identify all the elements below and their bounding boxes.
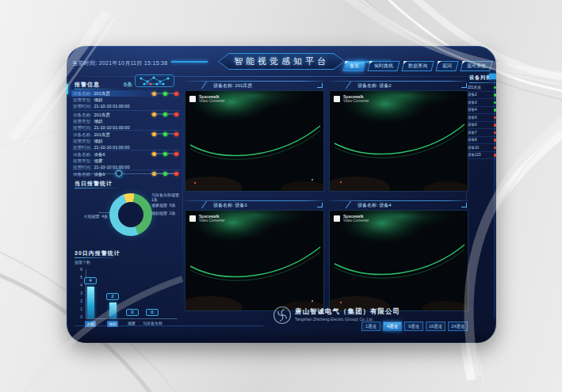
edge-accent <box>67 84 68 94</box>
nav-button-realtime-curve[interactable]: 实时曲线 <box>367 61 400 71</box>
bar-x-axis <box>86 318 178 319</box>
video-feed[interactable]: SpacewalkVideo Converter <box>185 90 324 192</box>
current-time: 当前时间: 2021年10月11日 15:15:38 <box>72 59 168 67</box>
monthly-stats-title: 30日内报警统计 <box>75 249 120 257</box>
device-list-item[interactable]: 设备7 <box>468 129 496 137</box>
slash-decoration <box>201 201 212 208</box>
scroll-knob[interactable] <box>116 170 122 177</box>
bar-tilt <box>109 303 117 318</box>
device-list: 201库房 设备2 设备3 设备4 设备5 设备6 设备7 设备8 设备10 设… <box>468 84 496 159</box>
video-feed[interactable]: SpacewalkVideo Converter <box>185 210 324 311</box>
converter-logo-icon <box>189 215 196 222</box>
status-dot <box>494 139 497 142</box>
bar-y-axis-label: 报警个数 <box>75 260 90 265</box>
video-header: 设备名称: 设备3 <box>185 200 324 210</box>
nav-button-back[interactable]: 返回 <box>435 61 458 71</box>
bar-flame <box>87 287 94 318</box>
video-watermark: SpacewalkVideo Converter <box>334 215 369 223</box>
video-panel-4: 设备名称: 设备4 SpacewalkVideo Converter <box>329 200 468 311</box>
video-feed[interactable]: SpacewalkVideo Converter <box>329 210 468 311</box>
company-name-cn: 唐山智诚电气（集团）有限公司 <box>295 307 400 317</box>
video-header: 设备名称: 201库房 <box>185 80 324 90</box>
donut-label-flame: 火焰报警: 4条 <box>70 214 108 219</box>
bar-value-bubble: 0 <box>126 309 139 316</box>
device-list-item[interactable]: 设备3 <box>468 99 496 107</box>
converter-logo-icon <box>189 96 196 102</box>
device-list-item[interactable]: 设备6 <box>468 122 496 130</box>
bar-value-bubble: 4 <box>84 277 97 284</box>
monthly-alarms-bar-chart: 报警个数 6 5 4 3 2 1 0 4 2 0 0 火焰 倾斜 烟雾 与设备失… <box>71 258 181 331</box>
donut-label-offline: 与设备失联报警: 1条 <box>151 192 182 203</box>
status-dot <box>494 124 497 127</box>
channel-button-9[interactable]: 9通道 <box>404 322 423 331</box>
device-list-item[interactable]: 设备8 <box>468 137 496 145</box>
desktop-background: { "header": { "time": "当前时间: 2021年10月11日… <box>0 0 562 392</box>
alarm-status-dots <box>151 113 179 115</box>
device-list-item[interactable]: 设备5 <box>468 114 496 122</box>
status-dot <box>494 131 497 135</box>
dashboard-window: 当前时间: 2021年10月11日 15:15:38 智能视觉感知平台 首页 实… <box>67 46 496 343</box>
app-title-banner: 智能视觉感知平台 <box>218 53 345 70</box>
alarm-entry[interactable]: 设备名称:设备6 报警类型:烟雾 报警时间:21-10-10 01:00:00 <box>71 150 181 169</box>
channel-button-16[interactable]: 16通道 <box>426 322 445 331</box>
company-logo <box>273 306 292 325</box>
alarm-list-scrollbar[interactable] <box>73 173 174 174</box>
status-dot <box>494 108 497 112</box>
converter-logo-icon <box>334 96 340 102</box>
device-list-item[interactable]: 设备2 <box>468 92 496 100</box>
device-list-title: 设备列表 <box>469 74 491 82</box>
alarm-entry[interactable]: 设备名称:201库房 报警类型:倾斜 报警时间:21-10-10 01:00:0… <box>71 110 181 129</box>
donut-leader-line <box>98 212 109 213</box>
channel-button-24[interactable]: 24通道 <box>448 322 468 331</box>
video-watermark: SpacewalkVideo Converter <box>189 95 224 103</box>
alarm-entry[interactable]: 设备名称:201库房 报警类型:倾斜 报警时间:21-10-10 01:00:0… <box>71 130 181 149</box>
donut-label-smoke: 烟雾报警: 5条 <box>151 203 182 207</box>
video-panel-3: 设备名称: 设备3 SpacewalkVideo Converter <box>185 200 324 311</box>
corner-bracket <box>461 203 467 207</box>
slash-decoration <box>201 82 212 89</box>
converter-logo-icon <box>334 215 340 222</box>
donut-label-tilt: 倾斜报警: 2条 <box>151 211 182 215</box>
corner-bracket <box>461 83 467 88</box>
status-dot <box>494 147 497 150</box>
device-list-item[interactable]: 设备4 <box>468 107 496 115</box>
channel-button-4[interactable]: 4通道 <box>383 322 402 331</box>
status-dot <box>494 86 497 89</box>
video-feed[interactable]: SpacewalkVideo Converter <box>329 90 468 192</box>
corner-bracket <box>317 203 323 207</box>
column-divider-left <box>182 81 183 328</box>
device-list-tab[interactable] <box>489 74 496 79</box>
video-watermark: SpacewalkVideo Converter <box>334 95 369 103</box>
slash-decoration <box>346 201 356 208</box>
bar-value-bubble: 0 <box>146 309 159 316</box>
page-title: 智能视觉感知平台 <box>234 55 329 67</box>
footer-divider-line <box>75 325 263 326</box>
nav-button-data-query[interactable]: 数据查询 <box>401 61 434 71</box>
status-dot <box>494 93 497 97</box>
video-panel-1: 设备名称: 201库房 SpacewalkVideo Converter <box>185 80 324 192</box>
alarm-entry[interactable]: 设备名称:201库房 报警类型:倾斜 报警时间:21-10-10 01:00:0… <box>71 90 181 109</box>
device-list-item[interactable]: 设备123 <box>468 152 496 160</box>
video-header: 设备名称: 设备4 <box>329 200 468 210</box>
topology-icon <box>135 74 174 87</box>
header-left-dash <box>171 61 208 63</box>
status-dot <box>494 116 497 120</box>
channel-button-1[interactable]: 1通道 <box>361 322 380 331</box>
status-dot <box>494 101 497 105</box>
alarm-status-dots <box>151 153 179 154</box>
bar-value-bubble: 2 <box>106 293 119 300</box>
status-dot <box>494 154 497 157</box>
alarm-section-title: 报警信息 <box>75 81 100 89</box>
video-panel-2: 设备名称: 设备2 SpacewalkVideo Converter <box>329 80 468 192</box>
alarm-count-badge: 6条 <box>124 81 132 89</box>
alarm-status-dots <box>151 133 179 135</box>
video-watermark: SpacewalkVideo Converter <box>189 215 224 223</box>
slash-decoration <box>346 82 356 89</box>
nav-button-exit[interactable]: 退出系统 <box>460 61 492 71</box>
channel-layout-switcher: 1通道 4通道 9通道 16通道 24通道 <box>361 322 468 331</box>
video-header: 设备名称: 设备2 <box>329 80 468 90</box>
today-alarms-donut-chart <box>109 193 152 236</box>
device-list-item[interactable]: 201库房 <box>468 84 496 92</box>
device-list-item[interactable]: 设备10 <box>468 144 496 152</box>
nav-button-home[interactable]: 首页 <box>342 61 365 71</box>
